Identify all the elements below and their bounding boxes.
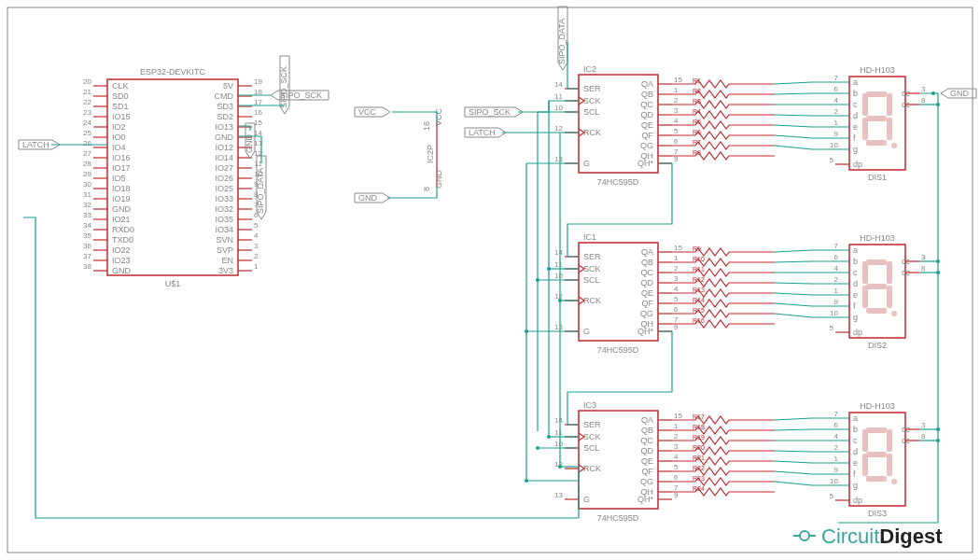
svg-text:IO12: IO12 — [215, 143, 233, 152]
svg-text:3V3: 3V3 — [218, 266, 233, 275]
svg-text:QE: QE — [641, 288, 653, 298]
svg-text:IO15: IO15 — [112, 112, 131, 121]
svg-text:4: 4 — [674, 117, 679, 125]
mcu-title: ESP32-DEVKITC — [140, 67, 206, 77]
logo-a: Circuit — [821, 525, 879, 548]
svg-point-403 — [536, 278, 539, 282]
svg-text:DIS2: DIS2 — [868, 341, 887, 350]
svg-text:IC1: IC1 — [583, 232, 596, 242]
svg-text:QA: QA — [641, 247, 653, 257]
svg-point-409 — [936, 271, 940, 274]
svg-text:QD: QD — [641, 446, 654, 455]
svg-point-370 — [891, 479, 897, 484]
svg-text:74HC595D: 74HC595D — [597, 345, 639, 355]
svg-text:29: 29 — [83, 170, 91, 178]
svg-text:1: 1 — [834, 287, 839, 295]
svg-text:14: 14 — [554, 80, 563, 89]
svg-text:R7: R7 — [693, 139, 701, 146]
svg-text:QG: QG — [640, 309, 653, 318]
svg-text:IO27: IO27 — [215, 163, 233, 173]
svg-text:R5: R5 — [693, 119, 701, 125]
svg-text:7: 7 — [834, 410, 839, 418]
svg-text:SCL: SCL — [583, 275, 600, 285]
svg-text:3: 3 — [254, 242, 259, 250]
svg-text:10: 10 — [554, 272, 563, 280]
svg-text:1: 1 — [254, 262, 259, 271]
net-flag-VCC: VCC — [355, 107, 390, 117]
svg-text:74HC595D: 74HC595D — [597, 177, 639, 187]
svg-text:IO17: IO17 — [112, 163, 131, 173]
svg-text:e: e — [853, 458, 858, 468]
svg-text:23: 23 — [83, 108, 91, 117]
svg-text:d: d — [853, 279, 858, 288]
svg-text:27: 27 — [83, 149, 91, 158]
svg-text:32: 32 — [83, 201, 91, 209]
svg-text:TXD0: TXD0 — [112, 235, 133, 245]
svg-text:QF: QF — [642, 467, 654, 476]
svg-text:R3: R3 — [693, 98, 701, 105]
svg-text:R23: R23 — [693, 475, 705, 482]
svg-text:HD-H103: HD-H103 — [860, 401, 895, 411]
svg-text:IO0: IO0 — [112, 133, 126, 142]
svg-text:g: g — [853, 145, 858, 154]
svg-text:2: 2 — [834, 275, 839, 284]
svg-text:11: 11 — [554, 428, 563, 437]
svg-text:IO26: IO26 — [215, 174, 233, 183]
svg-text:g: g — [853, 481, 858, 490]
svg-text:SER: SER — [583, 420, 601, 429]
svg-text:QF: QF — [642, 131, 654, 140]
svg-text:IO5: IO5 — [112, 174, 126, 183]
svg-text:QD: QD — [641, 278, 654, 287]
svg-text:QG: QG — [640, 477, 653, 486]
svg-text:36: 36 — [83, 242, 91, 250]
svg-text:QC: QC — [641, 268, 654, 277]
svg-text:SVN: SVN — [216, 235, 233, 245]
svg-text:QB: QB — [641, 90, 653, 99]
svg-rect-276 — [866, 259, 887, 265]
svg-text:2: 2 — [674, 264, 679, 273]
svg-text:HD-H103: HD-H103 — [860, 233, 895, 243]
svg-text:R21: R21 — [693, 455, 705, 461]
svg-text:IO35: IO35 — [215, 215, 233, 224]
svg-text:2: 2 — [834, 443, 839, 452]
svg-text:cc: cc — [902, 436, 911, 445]
svg-text:b: b — [853, 425, 858, 434]
svg-point-405 — [525, 329, 528, 333]
svg-text:QA: QA — [641, 79, 653, 89]
svg-text:IC3: IC3 — [583, 400, 596, 410]
svg-text:IO32: IO32 — [215, 204, 233, 214]
svg-point-401 — [558, 299, 562, 302]
svg-text:IO14: IO14 — [215, 153, 233, 162]
svg-point-414 — [800, 531, 809, 540]
svg-text:QH*: QH* — [637, 159, 654, 168]
svg-text:G: G — [583, 495, 590, 504]
svg-text:DIS3: DIS3 — [868, 509, 887, 518]
svg-rect-363 — [866, 427, 887, 433]
svg-text:RCK: RCK — [583, 128, 601, 137]
svg-text:SVP: SVP — [217, 245, 233, 255]
frame — [7, 7, 973, 553]
svg-text:14: 14 — [554, 416, 563, 425]
svg-point-283 — [891, 311, 897, 316]
svg-text:2: 2 — [254, 252, 259, 260]
svg-text:R13: R13 — [693, 287, 705, 293]
svg-text:cc: cc — [902, 257, 911, 266]
ic2p-power: IC2P VCC 16 GND 8 — [422, 107, 443, 191]
svg-point-410 — [936, 427, 940, 431]
svg-text:4: 4 — [674, 453, 679, 461]
svg-text:15: 15 — [674, 412, 682, 420]
svg-text:13: 13 — [554, 155, 563, 163]
svg-point-196 — [891, 143, 897, 148]
svg-text:e: e — [853, 122, 858, 132]
svg-text:IO22: IO22 — [112, 245, 131, 255]
svg-rect-189 — [866, 91, 887, 97]
svg-text:IO23: IO23 — [112, 256, 131, 265]
gnd-pin: 8 — [422, 187, 431, 191]
svg-text:R2: R2 — [693, 88, 701, 94]
svg-text:R10: R10 — [693, 256, 705, 262]
svg-text:20: 20 — [83, 77, 91, 86]
stage-1: IC174HC595D14SER11SCK10SCL12RCK13GQA15R9… — [554, 232, 926, 355]
svg-rect-190 — [887, 93, 892, 116]
svg-rect-279 — [866, 308, 887, 314]
svg-text:SD3: SD3 — [217, 102, 233, 111]
